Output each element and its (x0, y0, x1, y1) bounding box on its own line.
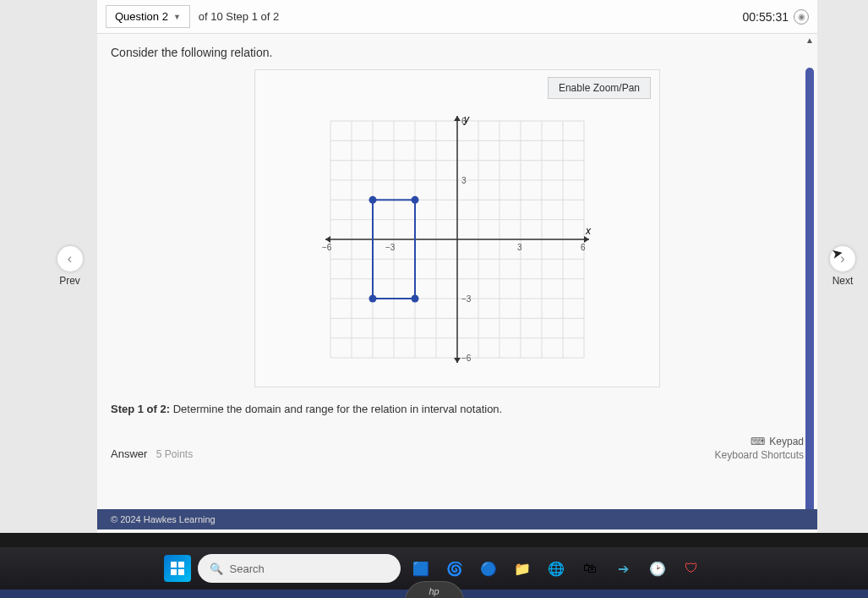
scroll-up-icon[interactable]: ▲ (805, 36, 815, 46)
instruction-text: Consider the following relation. (111, 46, 804, 59)
svg-text:−3: −3 (385, 243, 396, 252)
eye-icon[interactable]: ◉ (794, 9, 809, 25)
svg-text:6: 6 (461, 117, 467, 126)
taskbar-store-icon[interactable]: 🛍 (576, 555, 603, 582)
step-description: Step 1 of 2: Determine the domain and ra… (111, 403, 804, 415)
step-bold: Step 1 of 2: (111, 403, 170, 415)
svg-marker-29 (325, 236, 330, 243)
next-label: Next (830, 275, 855, 287)
svg-point-46 (412, 295, 419, 303)
taskbar-app-5[interactable]: 🛡 (678, 555, 705, 582)
svg-rect-48 (178, 562, 184, 568)
svg-text:−3: −3 (461, 294, 472, 304)
svg-text:−6: −6 (461, 354, 472, 363)
keyboard-shortcuts-link[interactable]: Keyboard Shortcuts (715, 449, 804, 461)
svg-rect-50 (178, 569, 184, 575)
svg-point-43 (369, 196, 377, 204)
taskbar-app-3[interactable]: ➔ (610, 555, 637, 582)
question-selector[interactable]: Question 2 ▼ (106, 5, 190, 28)
svg-text:3: 3 (517, 243, 522, 252)
timer: 00:55:31 ◉ (743, 9, 810, 25)
keypad-icon: ⌨ (751, 436, 765, 447)
step-desc: Determine the domain and range for the r… (170, 403, 502, 415)
svg-rect-49 (171, 569, 177, 575)
timer-value: 00:55:31 (743, 10, 789, 24)
taskbar-app-4[interactable]: 🕑 (644, 555, 671, 582)
taskbar-edge-icon[interactable]: 🌐 (543, 555, 570, 582)
svg-text:6: 6 (581, 243, 586, 252)
caret-down-icon: ▼ (173, 13, 181, 21)
taskbar-app-2[interactable]: 🔵 (475, 555, 502, 582)
step-indicator: of 10 Step 1 of 2 (199, 10, 279, 23)
taskbar-app-1[interactable]: 🟦 (407, 555, 434, 582)
svg-marker-31 (454, 358, 461, 363)
svg-marker-28 (584, 236, 589, 243)
prev-label: Prev (57, 275, 83, 287)
prev-button[interactable]: ‹ (57, 246, 83, 272)
svg-point-45 (369, 295, 377, 303)
content-area: Consider the following relation. Enable … (97, 34, 817, 533)
svg-marker-30 (454, 116, 461, 121)
svg-point-44 (412, 196, 419, 204)
footer-copyright: © 2024 Hawkes Learning (97, 509, 817, 529)
points-label: 5 Points (156, 448, 193, 460)
top-bar: Question 2 ▼ of 10 Step 1 of 2 00:55:31 … (97, 0, 817, 34)
svg-rect-47 (171, 562, 177, 568)
start-button[interactable] (164, 555, 191, 582)
relation-graph[interactable]: yx−6−336−6−336 (314, 104, 601, 375)
enable-zoom-button[interactable]: Enable Zoom/Pan (548, 77, 651, 99)
taskbar-search[interactable]: 🔍 Search (198, 554, 401, 583)
taskbar-copilot-icon[interactable]: 🌀 (441, 555, 468, 582)
answer-label: Answer (111, 447, 147, 460)
keypad-button[interactable]: ⌨ Keypad (751, 436, 804, 447)
graph-container: Enable Zoom/Pan yx−6−336−6−336 (254, 69, 660, 387)
search-placeholder: Search (230, 562, 265, 575)
question-label: Question 2 (115, 10, 168, 23)
svg-text:3: 3 (461, 176, 467, 185)
taskbar-explorer-icon[interactable]: 📁 (509, 555, 536, 582)
keypad-label: Keypad (769, 436, 804, 447)
svg-text:x: x (585, 225, 592, 237)
scrollbar[interactable] (805, 68, 814, 526)
search-icon: 🔍 (210, 562, 223, 575)
svg-text:−6: −6 (322, 243, 332, 252)
